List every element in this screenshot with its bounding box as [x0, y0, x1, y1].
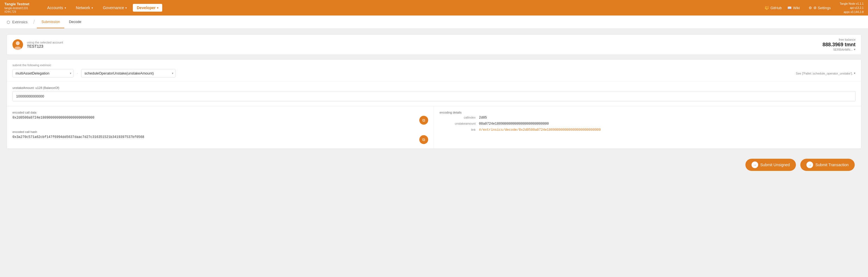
topbar: Tangle Testnet tangle-testnet/1101 #244,… — [0, 0, 868, 15]
encoding-table: callindex 2d05 unstakeamount 00a0724e180… — [439, 116, 856, 132]
unstakeamount-key: unstakeamount — [439, 122, 475, 125]
extrinsic-header: submit the following extrinsic multiAsse… — [7, 60, 861, 82]
copy-call-data-button[interactable]: ⧉ — [419, 116, 428, 125]
nav-network[interactable]: Network ▾ — [72, 4, 97, 12]
method-select[interactable]: scheduleOperatorUnstake(unstakeAmount) — [81, 69, 176, 77]
action-bar: → Submit Unsigned → Submit Transaction — [7, 153, 861, 176]
see-link: See ['Pallet::schedule_operator_unstake'… — [796, 71, 856, 75]
params-section: unstakeAmount: u128 (BalanceOf) — [7, 82, 861, 106]
wiki-link[interactable]: 📖 Wiki — [787, 6, 800, 10]
encoded-right: encoding details callindex 2d05 unstakea… — [434, 106, 861, 148]
call-hash-label: encoded call hash — [12, 130, 428, 134]
version-info: Tangle Node v1.1.1 api v13.2.1 apps v0.1… — [840, 2, 864, 14]
chevron-down-icon: ▾ — [125, 6, 127, 9]
extrinsic-header-label: submit the following extrinsic — [12, 63, 856, 67]
tab-submission[interactable]: Submission — [37, 16, 64, 28]
account-bar: using the selected account TEST123 free … — [7, 34, 861, 55]
separator: · — [76, 71, 79, 76]
extrinsic-card: submit the following extrinsic multiAsse… — [7, 59, 861, 149]
tab-decode[interactable]: Decode — [64, 16, 86, 28]
encoding-link-row: link #/extrinsics/decode/0x2d0500a0724e1… — [439, 128, 856, 132]
nav-governance[interactable]: Governance ▾ — [99, 4, 131, 12]
call-data-value: 0x2d0500a0724e18090000000000000000000000… — [12, 116, 428, 125]
settings-button[interactable]: ⚙ ⚙ Settings — [805, 4, 834, 12]
submit-unsigned-icon: → — [751, 162, 758, 168]
submit-transaction-button[interactable]: → Submit Transaction — [800, 159, 855, 171]
nav-developer[interactable]: Developer ▾ — [133, 4, 162, 12]
wiki-icon: 📖 — [787, 6, 792, 10]
unstakeamount-val: 00a0724e180900000000000000000000000 — [479, 122, 549, 126]
extrinsics-icon: ⬡ — [7, 20, 10, 24]
encoding-unstakeamount-row: unstakeamount 00a0724e180900000000000000… — [439, 122, 856, 126]
callindex-val: 2d05 — [479, 116, 487, 120]
chevron-down-icon: ▾ — [157, 6, 158, 9]
encoded-left: encoded call data 0x2d0500a0724e18090000… — [7, 106, 434, 148]
account-info: using the selected account TEST123 — [27, 41, 823, 48]
account-label: using the selected account — [27, 41, 823, 44]
encoded-call-hash-block: encoded call hash 0x3a270c571a62cbf147f6… — [12, 130, 428, 144]
gear-icon: ⚙ — [809, 6, 812, 10]
github-link[interactable]: 🔱 GitHub — [765, 6, 781, 10]
nav-accounts[interactable]: Accounts ▾ — [43, 4, 70, 12]
encoded-grid: encoded call data 0x2d0500a0724e18090000… — [7, 106, 861, 148]
method-select-wrapper: scheduleOperatorUnstake(unstakeAmount) ▾ — [81, 69, 176, 77]
submit-transaction-icon: → — [806, 162, 813, 168]
encoding-details-label: encoding details — [439, 111, 856, 114]
chevron-down-icon: ▾ — [65, 6, 66, 9]
node-name: Tangle Testnet — [4, 2, 38, 7]
extrinsic-selectors: multiAssetDelegation ▾ · scheduleOperato… — [12, 69, 856, 77]
pallet-select-wrapper: multiAssetDelegation ▾ — [12, 69, 73, 77]
balance-value: 888.3969 tmnt — [823, 42, 856, 48]
encoding-callindex-row: callindex 2d05 — [439, 116, 856, 120]
call-data-label: encoded call data — [12, 111, 428, 114]
param-label: unstakeAmount: u128 (BalanceOf) — [12, 86, 856, 90]
callindex-key: callindex — [439, 116, 475, 119]
decode-link[interactable]: #/extrinsics/decode/0x2d0500a0724e180900… — [479, 128, 601, 132]
subnav-section: ⬡ Extrinsics — [7, 20, 28, 24]
github-icon: 🔱 — [765, 6, 769, 10]
link-key: link — [439, 128, 475, 131]
pallet-select[interactable]: multiAssetDelegation — [12, 69, 73, 77]
topbar-right: 🔱 GitHub 📖 Wiki ⚙ ⚙ Settings Tangle Node… — [765, 2, 864, 14]
chevron-down-icon: ▾ — [92, 6, 93, 9]
node-block: #244,729 — [4, 10, 38, 13]
encoded-call-data-block: encoded call data 0x2d0500a0724e18090000… — [12, 111, 428, 125]
subnav-section-label: Extrinsics — [12, 20, 28, 24]
main-content: using the selected account TEST123 free … — [0, 29, 868, 277]
balance-address: 5ERBAHMN... ▾ — [833, 48, 856, 51]
submit-unsigned-button[interactable]: → Submit Unsigned — [745, 159, 796, 171]
subnav: ⬡ Extrinsics / Submission Decode — [0, 15, 868, 29]
avatar — [12, 39, 23, 50]
account-balance: free balance 888.3969 tmnt 5ERBAHMN... ▾ — [823, 38, 856, 51]
call-hash-value: 0x3a270c571a62cbf147f6994dd5637daac7d27c… — [12, 135, 428, 144]
svg-point-1 — [16, 41, 20, 45]
balance-label: free balance — [839, 38, 856, 41]
copy-call-hash-button[interactable]: ⧉ — [419, 135, 428, 144]
node-info: Tangle Testnet tangle-testnet/1101 #244,… — [4, 2, 38, 14]
account-name: TEST123 — [27, 44, 823, 48]
chevron-down-icon[interactable]: ▾ — [854, 48, 856, 51]
copy-icon: ⧉ — [422, 118, 425, 123]
param-input[interactable] — [12, 91, 856, 101]
copy-icon: ⧉ — [422, 137, 425, 142]
node-sub: tangle-testnet/1101 — [4, 6, 38, 10]
subnav-divider: / — [33, 19, 35, 25]
chevron-down-icon[interactable]: ▾ — [854, 71, 856, 75]
